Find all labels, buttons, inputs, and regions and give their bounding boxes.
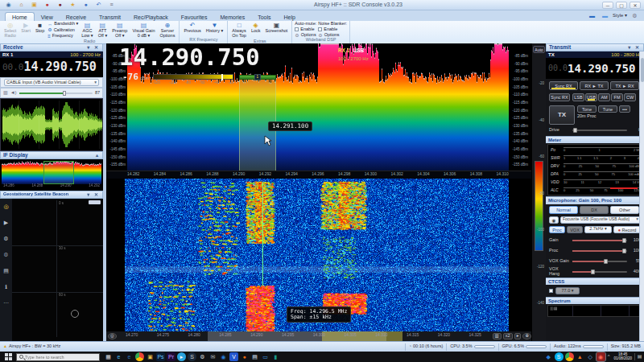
screenshot-button[interactable]: ▣Screenshot: [264, 22, 290, 35]
tab-receive[interactable]: Receive: [60, 13, 93, 21]
task-view-icon[interactable]: ▦: [104, 352, 113, 361]
start-button[interactable]: [0, 352, 16, 362]
notification-center-icon[interactable]: ▤: [634, 353, 644, 360]
mic-normal-button[interactable]: Normal: [549, 206, 578, 214]
tab-view[interactable]: View: [35, 13, 60, 21]
beacon-play-icon[interactable]: ▶: [2, 218, 10, 227]
sync-rx-toggle[interactable]: Sync RX: [549, 93, 570, 101]
proc-slider[interactable]: [572, 250, 627, 252]
tx-spectrum-section-header[interactable]: Spectrum: [546, 297, 644, 304]
mode-fm-button[interactable]: FM: [611, 93, 623, 101]
meter-section-header[interactable]: Meter: [546, 136, 644, 143]
tab-tools[interactable]: Tools: [251, 13, 277, 21]
waterfall-scale[interactable]: ◎ 14.27014.27514.28014.28514.29014.29514…: [106, 331, 531, 341]
waterfall-zoom-in-button[interactable]: ⊕: [522, 333, 531, 339]
transmit-scrollbar-thumb[interactable]: [641, 58, 644, 82]
premiere-icon[interactable]: Pr: [167, 352, 175, 361]
taskbar-search[interactable]: [16, 353, 100, 361]
waterfall-zoom-button[interactable]: x2: [503, 333, 513, 339]
favourite-icon[interactable]: ★: [68, 1, 77, 10]
auto-mute-enable-checkbox[interactable]: Enable: [295, 27, 316, 32]
ctcss-tone-select[interactable]: 77.0 ▾: [555, 287, 580, 294]
tray-expand-chevron[interactable]: ^: [608, 354, 610, 359]
tab-favourites[interactable]: Favourites: [175, 13, 214, 21]
start-button[interactable]: ▶Start: [19, 22, 32, 35]
tx-to-rx-button[interactable]: TX ► RX: [610, 81, 639, 90]
tab-transmit[interactable]: Transmit: [93, 13, 127, 21]
tx-more-button[interactable]: •••: [619, 105, 630, 113]
lock-button[interactable]: ◈Lock: [250, 22, 262, 35]
tab-home[interactable]: Home: [5, 12, 35, 21]
tune-button[interactable]: Tune: [598, 105, 617, 113]
microphone-icon[interactable]: ◉: [549, 216, 559, 224]
record-button[interactable]: ● Record: [613, 226, 641, 233]
tx-frequency-display[interactable]: 00.0 14.290.750: [546, 58, 644, 79]
tab-memories[interactable]: Memories: [213, 13, 251, 21]
teal-app-icon[interactable]: ▮: [271, 352, 280, 361]
v2-icon[interactable]: V: [229, 352, 238, 361]
tab-rec-playback[interactable]: Rec/Playback: [127, 13, 175, 21]
tone-button[interactable]: Tone: [577, 105, 597, 113]
style-menu[interactable]: Style ▾: [613, 13, 627, 18]
frequency-button[interactable]: ≡Frequency: [47, 34, 78, 39]
waterfall-palette-strip[interactable]: Auto -20-40-60-80-100-120-140: [531, 43, 546, 341]
palette-auto-button[interactable]: Auto: [533, 46, 545, 53]
chrome-tray-icon[interactable]: [565, 352, 574, 361]
explorer-icon[interactable]: ▣: [146, 352, 155, 361]
home-icon[interactable]: ⌂: [17, 1, 26, 10]
mail-icon[interactable]: ✉: [208, 352, 217, 361]
beacon-settings-icon[interactable]: ⚙: [2, 234, 10, 243]
waterfall-pan-right-button[interactable]: ▸: [514, 333, 522, 339]
server-options-button[interactable]: ⊕Server Options: [158, 22, 176, 39]
previous-button[interactable]: ↶Previous: [182, 22, 202, 35]
if-display-buttons[interactable]: ▴: [96, 153, 100, 158]
select-radio-button[interactable]: ◎Select Radio: [2, 22, 18, 39]
vox-gain-slider[interactable]: [572, 261, 627, 262]
mode-usb-button[interactable]: USB: [585, 93, 597, 101]
settings-icon[interactable]: ⚙: [198, 352, 207, 361]
beacon-save-icon[interactable]: ▤: [2, 266, 10, 275]
volume-slider[interactable]: [19, 93, 93, 94]
beacon-mini-button[interactable]: [89, 200, 101, 204]
notes-icon[interactable]: ▤: [250, 352, 259, 361]
maximize-button[interactable]: ▢: [616, 2, 627, 9]
mic-dx-button[interactable]: DX: [580, 206, 609, 214]
ctcss-checkbox[interactable]: [549, 289, 553, 293]
edge-dev-icon[interactable]: e: [125, 352, 134, 361]
app-icon[interactable]: ◉: [4, 1, 13, 10]
waterfall-recenter-button[interactable]: ◎: [108, 333, 117, 339]
gain-slider[interactable]: [572, 240, 627, 241]
mode-cw-button[interactable]: CW: [624, 93, 636, 101]
beacon-info-icon[interactable]: ℹ: [2, 282, 10, 291]
chrome-icon[interactable]: [135, 352, 144, 361]
att-button[interactable]: ▤ATT Off ▾: [97, 22, 109, 39]
spectrum-display[interactable]: -85 dBm-90 dBm-95 dBm-100 dBm-105 dBm-11…: [106, 43, 531, 171]
close-button[interactable]: ✕: [630, 2, 641, 9]
proc-toggle[interactable]: Proc: [549, 226, 565, 233]
record-pause-icon[interactable]: ●: [56, 1, 64, 10]
ctcss-section-header[interactable]: CTCSS: [546, 278, 644, 285]
beacon-options-icon[interactable]: ⚙: [2, 250, 10, 259]
vox-toggle[interactable]: VOX: [567, 226, 583, 233]
folder-icon[interactable]: ▣: [30, 1, 39, 10]
more-commands-icon[interactable]: ≡: [107, 1, 116, 10]
play-icon[interactable]: ●: [81, 1, 90, 10]
layout2-icon[interactable]: ▬: [601, 11, 609, 20]
bandwidth-button[interactable]: ↔Bandwidth ▾: [47, 22, 78, 27]
history-button[interactable]: ▼History ▾: [204, 22, 225, 35]
rx-frequency-display[interactable]: 00.0 14.290.750: [0, 58, 103, 77]
stop-button[interactable]: ■Stop: [34, 22, 46, 35]
tx-bandwidth-select[interactable]: 2.7kHz ▾: [584, 226, 612, 233]
tx-spectrum-icons[interactable]: ▥▦: [550, 306, 557, 311]
beacon-panel-buttons[interactable]: ▾ ✕: [87, 192, 100, 197]
calibration-button[interactable]: ⚙Calibration: [47, 27, 78, 32]
tab-help[interactable]: Help: [278, 13, 302, 21]
style-gear-icon[interactable]: ⚙: [630, 11, 639, 20]
steam-icon[interactable]: S: [188, 352, 196, 361]
skype-icon[interactable]: S: [555, 352, 564, 361]
minimize-button[interactable]: ─: [602, 2, 613, 9]
drive-slider[interactable]: [572, 130, 627, 131]
if-display-panel[interactable]: 14.28614.28814.29014.292: [0, 159, 103, 191]
mic-device-select[interactable]: Focusrite USB (Focusrite USB Audio) ▾: [560, 216, 641, 224]
display-app-icon[interactable]: ▭: [261, 352, 270, 361]
